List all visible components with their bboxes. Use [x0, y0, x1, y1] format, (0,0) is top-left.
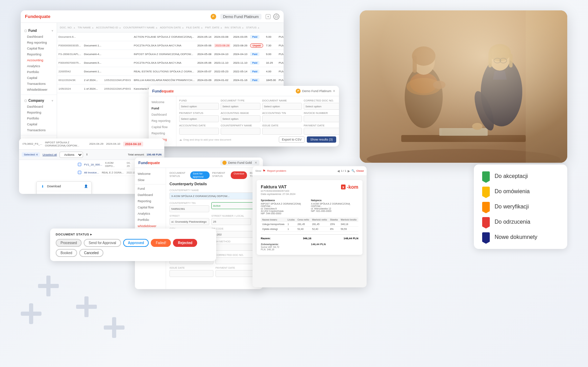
- sidebar-company-reporting[interactable]: Reporting: [21, 109, 57, 115]
- cp-payment-status-label: PAYMENT STATUS: [212, 171, 228, 179]
- dropdown-export-csv[interactable]: 📄 Export to CSV 👤: [37, 191, 91, 194]
- sidebar-company-portfolio[interactable]: Portfolio: [21, 115, 57, 121]
- col-counterparty[interactable]: COUNTERPARTY NAME ▲: [123, 26, 158, 29]
- pill-processed[interactable]: Processed: [56, 239, 82, 247]
- search-sidebar-reg-reporting[interactable]: Reg reporting: [149, 118, 176, 124]
- search-close-icon[interactable]: ✕: [333, 89, 336, 93]
- search-input-fund[interactable]: [179, 103, 219, 110]
- checkbox-2[interactable]: [78, 171, 81, 174]
- cp-input-name[interactable]: [169, 193, 263, 199]
- expand-icon[interactable]: ▾: [266, 14, 270, 19]
- sidebar-item-accounting[interactable]: Accounting: [21, 57, 57, 63]
- cp-sidebar-fund[interactable]: Fund: [135, 186, 166, 192]
- inv-nav-forward[interactable]: ▶: [348, 169, 350, 173]
- col-tin[interactable]: TIN NAME ▲: [77, 26, 94, 29]
- search-sidebar-fund[interactable]: Fund: [149, 105, 176, 111]
- cp-sidebar-reporting[interactable]: Reporting: [135, 198, 166, 204]
- table-row[interactable]: F000450700075... Document-5... POCZTA PO…: [57, 59, 284, 67]
- pill-approved[interactable]: Approved: [123, 239, 149, 247]
- inv-zoom-icon[interactable]: 🔍: [351, 169, 355, 172]
- sidebar: Fund ▾ Dashboard Reg reporting Capital f…: [21, 23, 57, 145]
- action-company: INPOST SPÓŁKA Z OGRANICZONĄ ODPOW...: [45, 141, 86, 147]
- search-input-payment-date[interactable]: [304, 128, 339, 135]
- table-row[interactable]: Document-6... ACTION POLANE SPÓŁKA Z OGR…: [57, 33, 284, 41]
- inv-close-btn[interactable]: Close: [356, 169, 364, 172]
- search-input-accounting-image[interactable]: [221, 115, 260, 122]
- col-doc-no[interactable]: DOC. NO. ▲: [60, 26, 75, 29]
- show-results-button[interactable]: Show results (3): [307, 136, 336, 143]
- col-accounting[interactable]: ACCOUNTING ID ▲: [96, 26, 121, 29]
- inv-header: Faktura VAT id FV9/40/200000/97163 Data …: [261, 184, 358, 196]
- sidebar-company-capital[interactable]: Capital: [21, 121, 57, 127]
- cp-close-icon[interactable]: ✕: [255, 161, 257, 164]
- col-status[interactable]: STATUS ▲: [246, 26, 260, 29]
- sidebar-item-dashboard[interactable]: Dashboard: [21, 34, 57, 39]
- sidebar-item-reg-reporting[interactable]: Reg reporting: [21, 39, 57, 45]
- sidebar-item-reporting[interactable]: Reporting: [21, 51, 57, 57]
- search-input-doc-type[interactable]: [221, 103, 260, 110]
- pill-canceled[interactable]: Canceled: [79, 249, 103, 257]
- collapse-company-icon[interactable]: ▾: [52, 99, 53, 102]
- table-row[interactable]: F000000003035... Document-1... POCZTA PO…: [57, 41, 284, 50]
- cp-fund-icon: [222, 161, 227, 165]
- cp-input-tin[interactable]: [169, 205, 209, 212]
- table-row[interactable]: FS-2898/31/APL... Document-4... INPOST S…: [57, 50, 284, 59]
- search-input-accounting-tin[interactable]: [262, 115, 302, 122]
- sidebar-item-analytics[interactable]: Analytics: [21, 63, 57, 69]
- cp-input-street[interactable]: [169, 218, 209, 225]
- cp-sidebar-dashboard[interactable]: Dashboard: [135, 192, 166, 198]
- pill-send-for-approval[interactable]: Send for Approval: [84, 239, 121, 247]
- export-csv-button[interactable]: Export to CSV: [279, 136, 305, 143]
- col-pmt[interactable]: PMT. DATE ▲: [205, 26, 222, 29]
- actions-dropdown[interactable]: Actions: [59, 152, 83, 158]
- sidebar-item-portfolio[interactable]: Portfolio: [21, 69, 57, 75]
- collapse-icon[interactable]: ▾: [52, 29, 53, 33]
- inv-table: Nazwa towaru Liczba Cena netto Wartość n…: [261, 217, 358, 232]
- pill-booked[interactable]: Booked: [56, 249, 77, 257]
- table-row[interactable]: 22005542 Document-1... REAL ESTATE SOLUT…: [57, 67, 284, 76]
- cp-sidebar-analytics[interactable]: Analytics: [135, 211, 166, 217]
- inv-footer-zobowiazania: Zobowiązania: Suma VAT: 64,72 PLN: 346,1…: [261, 243, 308, 251]
- sidebar-item-capital-flow[interactable]: Capital flow: [21, 45, 57, 51]
- search-sidebar-reporting2[interactable]: Reporting: [149, 130, 176, 136]
- cp-sidebar-slow[interactable]: Slow: [135, 177, 166, 183]
- search-input-invoice-number[interactable]: [304, 115, 339, 122]
- cp-sidebar-capital[interactable]: Capital flow: [135, 204, 166, 211]
- search-sidebar-capital[interactable]: Capital flow: [149, 124, 176, 130]
- cp-input-street-number[interactable]: [211, 218, 251, 225]
- legend-item-omowienia: Do omówienia: [482, 187, 559, 196]
- dropdown-download[interactable]: ⬇ Download 👤: [37, 182, 91, 191]
- unselect-all-button[interactable]: Unselect all: [43, 153, 57, 156]
- search-sidebar-dashboard[interactable]: Dashboard: [149, 111, 176, 118]
- search-input-issue-date[interactable]: [262, 128, 302, 135]
- cp-sidebar-welcome[interactable]: Welcome: [135, 171, 166, 177]
- sidebar-fund-header[interactable]: Fund ▾: [21, 28, 57, 34]
- sidebar-company-transactions[interactable]: Transactions: [21, 127, 57, 133]
- search-input-counterparty[interactable]: [221, 128, 260, 135]
- upload-area: ☁ Drag and drop to add your new document: [179, 138, 231, 141]
- checkbox-1[interactable]: [78, 163, 81, 166]
- sidebar-item-whistleblower[interactable]: Whistleblower: [21, 87, 57, 92]
- col-file[interactable]: FILE DATE ▲: [186, 26, 203, 29]
- sidebar-item-capital[interactable]: Capital: [21, 75, 57, 81]
- cp-input-issue-date-bottom[interactable]: [169, 270, 213, 277]
- table-row[interactable]: 0012/2024/3K 2 of 2024... 1/05/2022/ZAKU…: [57, 76, 284, 84]
- search-input-doc-name[interactable]: [262, 103, 302, 110]
- search-input-corrected-doc[interactable]: [304, 103, 339, 110]
- pill-failed[interactable]: Failed!: [151, 239, 171, 247]
- col-inv-status[interactable]: INV. STATUS ▲: [224, 26, 244, 29]
- sidebar-item-transactions[interactable]: Transactions: [21, 81, 57, 87]
- power-button[interactable]: ⏻: [273, 14, 279, 20]
- search-sidebar-welcome[interactable]: Welcome: [149, 99, 176, 105]
- cp-sidebar-portfolio[interactable]: Portfolio: [135, 217, 166, 223]
- download-icon-sm[interactable]: ⬇: [86, 153, 88, 156]
- inv-nav-back[interactable]: ◀: [337, 169, 340, 173]
- inv-report-problem[interactable]: Report problem: [267, 169, 286, 172]
- col-addition[interactable]: ADDITION DATE ▲: [160, 26, 184, 29]
- sidebar-company-header[interactable]: Company ▾: [21, 98, 57, 104]
- inv-report-icon[interactable]: ⚑: [263, 169, 266, 173]
- search-input-payment-status[interactable]: [179, 115, 219, 122]
- pill-rejected[interactable]: Rejected: [173, 239, 197, 247]
- sidebar-company-dashboard[interactable]: Dashboard: [21, 104, 57, 109]
- search-input-accounting-date[interactable]: [179, 128, 219, 135]
